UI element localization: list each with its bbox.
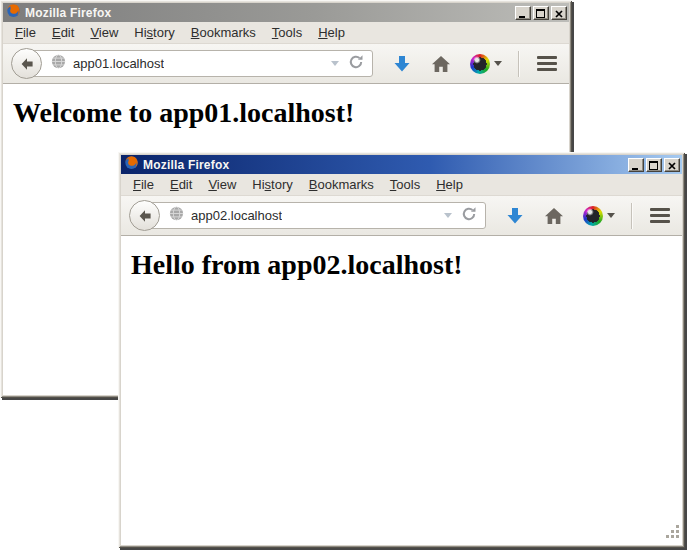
download-icon (392, 54, 412, 74)
window-title: Mozilla Firefox (143, 158, 229, 172)
home-icon (544, 207, 564, 225)
toolbar-separator (631, 203, 632, 229)
extension-icon (470, 54, 490, 74)
menu-button[interactable] (650, 208, 670, 223)
back-icon (19, 56, 35, 72)
extension-button[interactable] (583, 206, 615, 226)
menu-item-help[interactable]: Help (428, 175, 471, 194)
url-bar[interactable]: app01.localhost (26, 50, 373, 77)
content-area: Hello from app02.localhost! (121, 236, 682, 545)
extension-button[interactable] (470, 54, 502, 74)
menu-item-tools[interactable]: Tools (382, 175, 428, 194)
maximize-button[interactable] (646, 158, 662, 172)
menu-item-history[interactable]: History (244, 175, 300, 194)
url-text[interactable]: app02.localhost (191, 208, 282, 223)
url-bar[interactable]: app02.localhost (144, 202, 486, 229)
menu-item-history[interactable]: History (126, 23, 182, 42)
titlebar[interactable]: Mozilla Firefox (121, 155, 682, 174)
titlebar[interactable]: Mozilla Firefox (3, 3, 569, 22)
menu-item-view[interactable]: View (200, 175, 244, 194)
reload-button[interactable] (348, 54, 364, 74)
reload-icon (348, 54, 364, 70)
menu-item-help[interactable]: Help (310, 23, 353, 42)
firefox-logo-icon (6, 3, 21, 22)
toolbar-separator (518, 51, 519, 77)
menu-item-edit[interactable]: Edit (44, 23, 82, 42)
back-button[interactable] (11, 48, 42, 79)
globe-icon[interactable] (169, 206, 184, 225)
home-button[interactable] (544, 207, 564, 225)
front-browser-window: Mozilla Firefox File Edit View History B… (118, 152, 685, 548)
back-button[interactable] (129, 200, 160, 231)
home-button[interactable] (431, 55, 451, 73)
back-icon (137, 208, 153, 224)
menu-item-edit[interactable]: Edit (162, 175, 200, 194)
page-heading: Welcome to app01.localhost! (13, 97, 569, 129)
firefox-logo-icon (124, 155, 139, 174)
maximize-button[interactable] (533, 6, 549, 20)
extension-icon (583, 206, 603, 226)
download-button[interactable] (505, 206, 525, 226)
menu-item-tools[interactable]: Tools (264, 23, 310, 42)
menubar: File Edit View History Bookmarks Tools H… (3, 22, 569, 44)
home-icon (431, 55, 451, 73)
download-button[interactable] (392, 54, 412, 74)
menu-item-bookmarks[interactable]: Bookmarks (301, 175, 382, 194)
reload-button[interactable] (461, 206, 477, 226)
chevron-down-icon (494, 61, 502, 66)
globe-icon[interactable] (51, 54, 66, 73)
download-icon (505, 206, 525, 226)
chevron-down-icon (607, 213, 615, 218)
minimize-button[interactable] (515, 6, 531, 20)
url-text[interactable]: app01.localhost (73, 56, 164, 71)
minimize-button[interactable] (628, 158, 644, 172)
menu-item-bookmarks[interactable]: Bookmarks (183, 23, 264, 42)
menu-item-view[interactable]: View (82, 23, 126, 42)
window-title: Mozilla Firefox (25, 6, 111, 20)
resize-grip[interactable] (665, 524, 681, 544)
close-button[interactable] (551, 6, 567, 20)
close-button[interactable] (664, 158, 680, 172)
menu-item-file[interactable]: File (125, 175, 162, 194)
nav-toolbar: app01.localhost (3, 44, 569, 84)
menu-button[interactable] (537, 56, 557, 71)
menubar: File Edit View History Bookmarks Tools H… (121, 174, 682, 196)
urlbar-dropdown-icon[interactable] (331, 61, 339, 66)
nav-toolbar: app02.localhost (121, 196, 682, 236)
page-heading: Hello from app02.localhost! (131, 249, 682, 281)
menu-item-file[interactable]: File (7, 23, 44, 42)
reload-icon (461, 206, 477, 222)
urlbar-dropdown-icon[interactable] (444, 213, 452, 218)
